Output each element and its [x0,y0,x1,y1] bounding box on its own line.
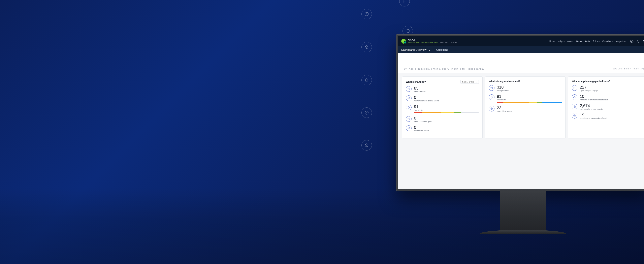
bell-icon [489,94,494,100]
deco-circle-alert-icon [362,108,372,118]
card-title: What compliance gaps do I have? [572,80,610,83]
cube-icon [406,96,412,101]
cube-icon [406,125,412,131]
monitor-bezel: CISCO ATTACK SURFACE MANAGEMENT WITH JUP… [396,34,644,191]
bell-icon[interactable] [636,40,640,43]
alerts-bar [414,112,479,113]
logo-icon [401,39,406,44]
svg-point-0 [406,30,410,33]
metric-new-problems[interactable]: 83New problems [406,86,479,92]
card-title: What's changed? [406,80,426,83]
deco-bell-icon [362,75,372,85]
metric-total-alerts[interactable]: 91 Total alerts [489,94,562,103]
deco-octagon-alert-icon [362,9,372,19]
metric-accounts-affected[interactable]: 10Accounts or environments affected [572,94,642,101]
date-range-picker[interactable]: Last 7 Days ⌄ [460,80,479,84]
clock-icon [406,116,412,122]
metric-new-alerts[interactable]: 91 New alerts [406,105,479,113]
brand-sub: ATTACK SURFACE MANAGEMENT WITH JUPITERON… [408,42,457,43]
subnav-dashboard[interactable]: Dashboard: Overview ⌄ [401,48,431,51]
nav-alerts[interactable]: Alerts [585,40,590,42]
app-screen: CISCO ATTACK SURFACE MANAGEMENT WITH JUP… [398,36,644,189]
nav-policies[interactable]: Policies [592,40,599,42]
metric-new-critical-assets[interactable]: 0New critical assets [406,125,479,132]
svg-point-3 [643,40,644,43]
nav-home[interactable]: Home [550,40,555,42]
cube-icon [489,106,494,112]
deco-cube-icon-2 [362,140,372,150]
clock-icon [406,86,412,92]
top-nav: Home Insights Assets Graph Alerts Polici… [550,40,626,42]
card-title: What's in my environment? [489,80,520,83]
deco-cube-icon [362,42,372,52]
deco-flag-icon [399,0,410,6]
search-sparkle-icon [404,67,407,70]
cards-area: What's changed? Last 7 Days ⌄ 83New prob… [398,73,644,142]
clock-icon [489,85,494,91]
card-whats-changed: What's changed? Last 7 Days ⌄ 83New prob… [402,76,482,138]
metric-total-problems[interactable]: 310Total problems [489,85,562,92]
metric-env-critical-assets[interactable]: 23New critical assets [489,106,562,112]
history-icon[interactable] [641,68,644,70]
card-environment: What's in my environment? 310Total probl… [485,76,566,138]
metric-noncompliant-req[interactable]: 2,674Non-compliant requirements [572,104,642,110]
svg-point-2 [631,41,632,42]
app-header: CISCO ATTACK SURFACE MANAGEMENT WITH JUP… [398,36,644,46]
gear-icon[interactable] [630,40,634,43]
bell-icon [406,105,412,110]
blank-strip [398,53,644,64]
document-icon [572,104,578,109]
monitor: CISCO ATTACK SURFACE MANAGEMENT WITH JUP… [396,34,644,191]
metric-open-gaps[interactable]: 227Open compliance gaps [572,85,642,92]
nav-compliance[interactable]: Compliance [602,40,613,42]
metric-new-problems-critical[interactable]: 0New problems in critical assets [406,96,479,102]
nav-graph[interactable]: Graph [576,40,582,42]
subnav-questions[interactable]: Questions [436,48,448,51]
header-icons [630,40,644,43]
flag-icon [572,85,578,91]
card-compliance-gaps: What compliance gaps do I have? 227Open … [568,76,644,138]
circle-alert-icon [572,113,578,118]
nav-insights[interactable]: Insights [558,40,564,42]
subnav: Dashboard: Overview ⌄ Questions [398,46,644,53]
monitor-stand [500,191,546,232]
nav-integrations[interactable]: Integrations [616,40,626,42]
total-alerts-bar [497,102,562,103]
search-placeholder: Ask a question, enter a query or run a f… [409,68,484,70]
help-icon[interactable] [643,40,644,43]
chevron-down-icon: ⌄ [428,48,431,51]
chevron-down-icon: ⌄ [475,81,477,83]
search-row[interactable]: Ask a question, enter a query or run a f… [398,64,644,73]
nav-assets[interactable]: Assets [567,40,573,42]
brand-block: CISCO ATTACK SURFACE MANAGEMENT WITH JUP… [408,39,457,43]
metric-standards-affected[interactable]: 19Standards or frameworks affected [572,113,642,119]
cloud-icon [572,94,578,100]
search-hint: New Line: Shift + Return [612,68,639,70]
metric-new-compliance-gaps[interactable]: 0New compliance gaps [406,116,479,122]
